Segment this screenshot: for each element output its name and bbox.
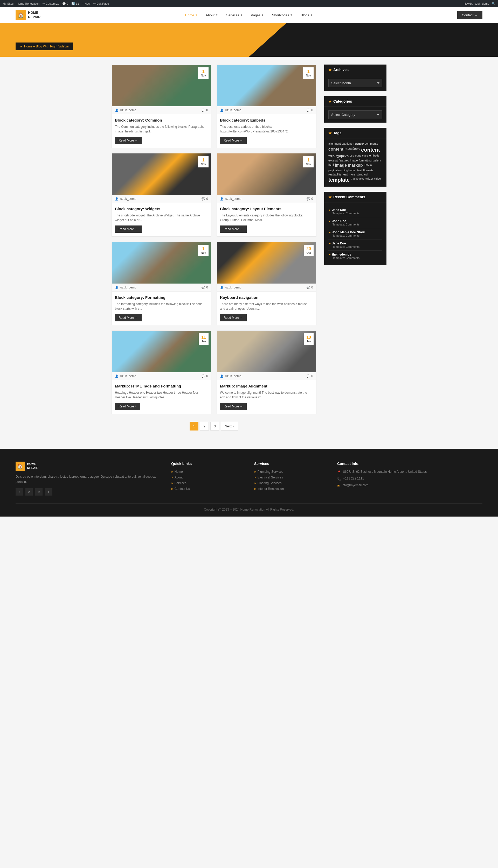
admin-new[interactable]: + New bbox=[82, 2, 91, 5]
post-comments-8: 0 bbox=[306, 374, 313, 378]
post-card-6: 20 Oct luzuk_demo 0 Keyboard navigation … bbox=[217, 242, 316, 325]
tag-Codex[interactable]: Codex bbox=[354, 142, 364, 146]
tag-trackbacks[interactable]: trackbacks bbox=[351, 177, 364, 183]
tag-image[interactable]: image bbox=[335, 163, 347, 168]
tag-comments[interactable]: comments bbox=[365, 142, 378, 146]
admin-bar-left: My Sites Home Renovation ✏ Customize 💬 2… bbox=[3, 2, 109, 5]
nav-home[interactable]: Home▼ bbox=[182, 11, 201, 19]
page-1[interactable]: 1 bbox=[189, 422, 198, 431]
admin-updates[interactable]: 🔄 11 bbox=[71, 2, 79, 5]
footer-logo-text: HOME REPAIR bbox=[27, 462, 38, 470]
footer-logo-icon: 🏠 bbox=[16, 462, 25, 471]
post-day-7: 11 bbox=[201, 335, 206, 340]
post-excerpt-7: Headings Header one Header two Header th… bbox=[115, 390, 208, 400]
tag-standard[interactable]: standard bbox=[356, 173, 368, 176]
footer-grid: 🏠 HOME REPAIR Duis eu odio interdum, pha… bbox=[16, 462, 482, 496]
post-image-7: 11 Jan bbox=[112, 331, 211, 372]
tag-video[interactable]: video bbox=[374, 177, 381, 183]
admin-user: Howdy, luzuk_demo bbox=[464, 2, 489, 5]
site-logo[interactable]: 🏠 HOME REPAIR bbox=[16, 10, 40, 20]
quick-link-Contact_Us[interactable]: Contact Us bbox=[171, 487, 244, 491]
post-title-3: Block category: Widgets bbox=[115, 206, 208, 211]
tag-embeds[interactable]: embeds bbox=[369, 154, 379, 158]
read-more-btn-5[interactable]: Read More → bbox=[115, 314, 142, 321]
tag-captions[interactable]: captions bbox=[342, 142, 353, 146]
social-facebook[interactable]: f bbox=[16, 488, 23, 496]
page-next[interactable]: Next » bbox=[221, 422, 238, 431]
post-content-5: Block category: Formatting The formattin… bbox=[112, 291, 211, 325]
quick-link-Home[interactable]: Home bbox=[171, 470, 244, 474]
tag-alignment[interactable]: alignment bbox=[328, 142, 341, 146]
tag-content[interactable]: content bbox=[361, 147, 380, 153]
post-author-1: luzuk_demo bbox=[115, 108, 136, 112]
quick-link-About[interactable]: About bbox=[171, 476, 244, 479]
tag-content[interactable]: content bbox=[328, 147, 343, 153]
read-more-btn-2[interactable]: Read More → bbox=[220, 137, 247, 144]
tag-Post_Formats[interactable]: Post Formats bbox=[356, 169, 373, 172]
post-comments-4: 0 bbox=[306, 197, 313, 201]
tag-twitter[interactable]: twitter bbox=[365, 177, 373, 183]
footer-services-heading: Services bbox=[254, 462, 327, 466]
tag-featured_image[interactable]: featured image bbox=[339, 159, 358, 162]
social-twitter[interactable]: t bbox=[45, 488, 52, 496]
tag-gallery[interactable]: gallery bbox=[372, 159, 381, 162]
read-more-btn-4[interactable]: Read More → bbox=[220, 226, 247, 233]
service-link-Interior_Renovation[interactable]: Interior Renovation bbox=[254, 487, 327, 491]
tag-template[interactable]: template bbox=[328, 177, 350, 183]
page-3[interactable]: 3 bbox=[210, 422, 219, 431]
admin-my-sites[interactable]: My Sites bbox=[3, 2, 13, 5]
social-instagram[interactable]: in bbox=[35, 488, 42, 496]
admin-home-renovation[interactable]: Home Renovation bbox=[17, 2, 39, 5]
admin-search-icon[interactable]: 🔍 bbox=[492, 2, 495, 5]
read-more-btn-7[interactable]: Read More + bbox=[115, 403, 140, 410]
post-date-1: 1 Nov bbox=[198, 67, 209, 79]
admin-comments[interactable]: 💬 2 bbox=[62, 2, 68, 5]
post-meta-8: luzuk_demo 0 bbox=[217, 372, 316, 380]
tag-read_more[interactable]: read more bbox=[342, 173, 355, 176]
post-author-7: luzuk_demo bbox=[115, 374, 136, 378]
tag-readability[interactable]: readability bbox=[328, 173, 341, 176]
tag-html[interactable]: html bbox=[328, 163, 334, 168]
read-more-btn-3[interactable]: Read More → bbox=[115, 226, 142, 233]
admin-edit-page[interactable]: ✏ Edit Page bbox=[93, 2, 109, 5]
categories-select[interactable]: Select Category bbox=[328, 110, 382, 119]
tag-pingbacks[interactable]: pingbacks bbox=[343, 169, 356, 172]
nav-pages[interactable]: Pages▼ bbox=[247, 11, 267, 19]
nav-about[interactable]: About▼ bbox=[202, 11, 222, 19]
tag-περιεχόμενο[interactable]: περιεχόμενο bbox=[328, 154, 349, 158]
comment-on-2: Template: Comments bbox=[328, 234, 382, 237]
read-more-btn-6[interactable]: Read More → bbox=[220, 314, 247, 321]
tag-css[interactable]: css bbox=[350, 154, 354, 158]
tag-media[interactable]: media bbox=[364, 163, 372, 168]
tag-pagination[interactable]: pagination bbox=[328, 169, 342, 172]
post-comments-6: 0 bbox=[306, 286, 313, 289]
contact-button[interactable]: Contact → bbox=[457, 11, 482, 19]
quick-link-Services[interactable]: Services bbox=[171, 481, 244, 485]
post-image-8: 10 Jan bbox=[217, 331, 316, 372]
nav-shortcodes[interactable]: Shortcodes▼ bbox=[268, 11, 296, 19]
post-title-1: Block category: Common bbox=[115, 118, 208, 122]
logo-icon: 🏠 bbox=[16, 10, 26, 20]
tag-markup[interactable]: markup bbox=[348, 163, 363, 168]
social-pinterest[interactable]: ℗ bbox=[25, 488, 33, 496]
archives-title: Archives bbox=[324, 65, 386, 75]
services-list: Plumbing ServicesElectrical ServicesFloo… bbox=[254, 470, 327, 491]
post-card-8: 10 Jan luzuk_demo 0 Markup: Image Alignm… bbox=[217, 330, 316, 414]
tag-formatting[interactable]: formatting bbox=[359, 159, 371, 162]
post-meta-5: luzuk_demo 0 bbox=[112, 284, 211, 291]
service-link-Flooring_Services[interactable]: Flooring Services bbox=[254, 481, 327, 485]
nav-services[interactable]: Services▼ bbox=[223, 11, 246, 19]
page-2[interactable]: 2 bbox=[200, 422, 209, 431]
tag-edge_case[interactable]: edge case bbox=[355, 154, 368, 158]
service-link-Plumbing_Services[interactable]: Plumbing Services bbox=[254, 470, 327, 474]
admin-customize[interactable]: ✏ Customize bbox=[42, 2, 59, 5]
post-title-2: Block category: Embeds bbox=[220, 118, 313, 122]
archives-select[interactable]: Select Month bbox=[328, 79, 382, 87]
tag-excerpt[interactable]: excerpt bbox=[328, 159, 338, 162]
nav-blogs[interactable]: Blogs▼ bbox=[297, 11, 316, 19]
service-link-Electrical_Services[interactable]: Electrical Services bbox=[254, 476, 327, 479]
post-month-1: Nov bbox=[201, 74, 206, 77]
read-more-btn-1[interactable]: Read More → bbox=[115, 137, 142, 144]
read-more-btn-8[interactable]: Read More → bbox=[220, 403, 247, 410]
tag-περιεχόμενο[interactable]: περιεχόμενο bbox=[344, 147, 360, 153]
